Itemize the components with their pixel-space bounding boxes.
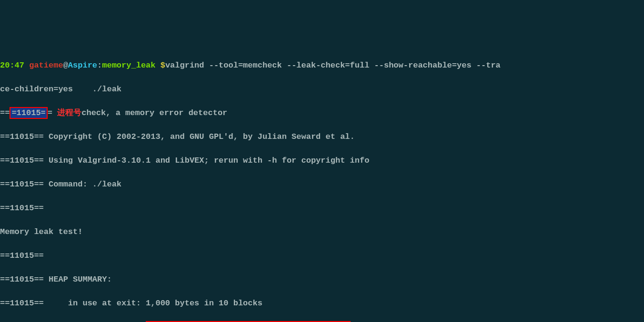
command-part-2: ce-children=yes ./leak: [0, 85, 121, 94]
pid-highlight-box: =11015=: [10, 107, 47, 119]
output-text: in use at exit: 1,000 bytes in 10 blocks: [44, 299, 262, 308]
prompt-user: gatieme: [29, 61, 63, 70]
annotation-pid-label: 进程号: [57, 108, 81, 117]
output-text: Copyright (C) 2002-2013, and GNU GPL'd, …: [44, 132, 355, 141]
prompt-at: @: [63, 61, 68, 70]
pid-prefix: ==11015==: [0, 132, 44, 141]
prompt-host: Aspire: [68, 61, 97, 70]
pid-prefix: ==11015==: [0, 251, 44, 260]
output-text: Memory leak test!: [0, 227, 82, 236]
output-line-heap-summary: ==11015== HEAP SUMMARY:: [0, 273, 644, 285]
pid-prefix: ==11015==: [0, 204, 44, 213]
pid-suffix: =: [48, 108, 52, 117]
prompt-cwd: memory_leak: [102, 61, 155, 70]
output-line-blank: ==11015==: [0, 250, 644, 262]
output-memcheck-tail: check, a memory error detector: [81, 108, 227, 117]
terminal-output[interactable]: 20:47 gatieme@Aspire:memory_leak $valgri…: [0, 48, 644, 322]
output-text: Command: ./leak: [44, 180, 121, 189]
output-line-using: ==11015== Using Valgrind-3.10.1 and LibV…: [0, 155, 644, 166]
output-line-copyright: ==11015== Copyright (C) 2002-2013, and G…: [0, 131, 644, 143]
output-line-memtest: Memory leak test!: [0, 226, 644, 238]
pid-prefix: ==11015==: [0, 299, 44, 308]
output-line-in-use: ==11015== in use at exit: 1,000 bytes in…: [0, 297, 644, 309]
output-line-command: ==11015== Command: ./leak: [0, 178, 644, 190]
output-text: HEAP SUMMARY:: [44, 275, 112, 284]
prompt-colon: :: [97, 61, 102, 70]
prompt-line-2: ce-children=yes ./leak: [0, 83, 644, 95]
prompt-dollar: $: [155, 61, 165, 70]
output-line-memcheck: ===11015== 进程号check, a memory error dete…: [0, 107, 644, 119]
prompt-line-1: 20:47 gatieme@Aspire:memory_leak $valgri…: [0, 59, 644, 71]
pid-prefix: ==11015==: [0, 180, 44, 189]
command-part-1: valgrind --tool=memcheck --leak-check=fu…: [165, 61, 501, 70]
pid-prefix: ==: [0, 108, 10, 117]
pid-prefix: ==11015==: [0, 275, 44, 284]
pid-prefix: ==11015==: [0, 156, 44, 165]
output-text: Using Valgrind-3.10.1 and LibVEX; rerun …: [44, 156, 370, 165]
output-line-blank: ==11015==: [0, 202, 644, 214]
prompt-time: 20:47: [0, 61, 24, 70]
